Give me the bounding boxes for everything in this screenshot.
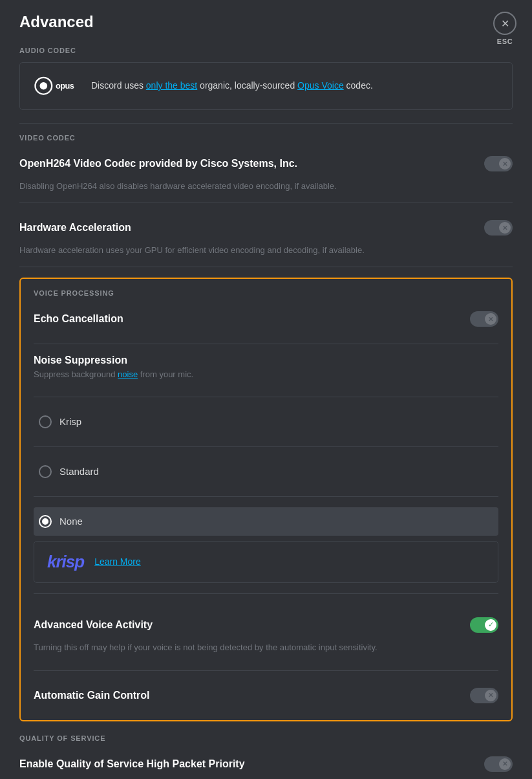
standard-radio-circle — [39, 465, 52, 478]
noise-suppression-header: Noise Suppression Suppress background no… — [34, 355, 498, 380]
openh264-setting-row: OpenH264 Video Codec provided by Cisco S… — [19, 149, 513, 178]
advanced-voice-description: Turning this off may help if your voice … — [34, 642, 498, 653]
qos-setting-row: Enable Quality of Service High Packet Pr… — [19, 750, 513, 778]
video-codec-section: VIDEO CODEC OpenH264 Video Codec provide… — [19, 134, 513, 256]
hw-accel-toggle-knob: ✕ — [499, 222, 511, 234]
advanced-voice-knob: ✓ — [485, 619, 496, 631]
voice-processing-section: VOICE PROCESSING Echo Cancellation ✕ Noi… — [19, 278, 513, 721]
divider-3 — [19, 267, 513, 267]
divider-1 — [19, 123, 513, 124]
divider-6 — [34, 446, 498, 447]
krisp-promo-box: krisp Learn More — [34, 541, 498, 583]
auto-gain-label: Automatic Gain Control — [34, 690, 150, 701]
advanced-voice-activity-row: Advanced Voice Activity ✓ — [34, 611, 498, 639]
noise-option-standard[interactable]: Standard — [34, 457, 498, 486]
openh264-toggle-x-icon: ✕ — [502, 160, 507, 168]
openh264-description: Disabling OpenH264 also disables hardwar… — [19, 181, 513, 192]
divider-5 — [34, 397, 498, 397]
echo-cancellation-toggle[interactable]: ✕ — [470, 311, 498, 327]
noise-suppression-description: Suppress background noise from your mic. — [34, 369, 498, 380]
qos-label: Enable Quality of Service High Packet Pr… — [19, 758, 245, 770]
krisp-radio-circle — [39, 415, 52, 428]
qos-knob: ✕ — [499, 758, 511, 770]
qos-section-label: QUALITY OF SERVICE — [19, 734, 513, 742]
krisp-learn-more-link[interactable]: Learn More — [94, 556, 141, 567]
advanced-voice-activity-section: Advanced Voice Activity ✓ Turning this o… — [34, 604, 498, 660]
none-radio-label: None — [59, 516, 83, 527]
advanced-voice-toggle[interactable]: ✓ — [470, 617, 498, 633]
divider-4 — [34, 344, 498, 344]
esc-circle-icon: ✕ — [493, 12, 516, 35]
opus-codec-description: Discord uses only the best organic, loca… — [91, 80, 373, 93]
krisp-brand-logo: krisp — [47, 552, 84, 572]
advanced-voice-label: Advanced Voice Activity — [34, 619, 153, 631]
echo-cancellation-x-icon: ✕ — [488, 316, 493, 323]
krisp-radio-label: Krisp — [59, 416, 81, 427]
divider-8 — [34, 593, 498, 594]
hw-accel-description: Hardware acceleration uses your GPU for … — [19, 245, 513, 256]
auto-gain-toggle[interactable]: ✕ — [470, 688, 498, 703]
openh264-toggle[interactable]: ✕ — [484, 156, 513, 171]
openh264-toggle-knob: ✕ — [499, 158, 511, 170]
qos-x-icon: ✕ — [502, 760, 507, 767]
noise-option-krisp[interactable]: Krisp — [34, 408, 498, 436]
svg-text:opus: opus — [56, 81, 74, 91]
audio-codec-section: AUDIO CODEC opus Discord uses only the b… — [19, 47, 513, 110]
none-radio-circle — [39, 515, 52, 528]
qos-toggle[interactable]: ✕ — [484, 756, 513, 772]
audio-codec-label: AUDIO CODEC — [19, 47, 513, 54]
svg-point-1 — [40, 82, 48, 90]
hw-accel-setting-row: Hardware Acceleration ✕ — [19, 214, 513, 242]
auto-gain-knob: ✕ — [485, 690, 496, 701]
video-codec-label: VIDEO CODEC — [19, 134, 513, 142]
esc-label: ESC — [497, 38, 513, 45]
voice-processing-label: VOICE PROCESSING — [34, 289, 498, 297]
openh264-label-block: OpenH264 Video Codec provided by Cisco S… — [19, 158, 297, 170]
openh264-label: OpenH264 Video Codec provided by Cisco S… — [19, 158, 297, 170]
auto-gain-x-icon: ✕ — [488, 692, 493, 699]
divider-7 — [34, 496, 498, 497]
esc-button[interactable]: ✕ ESC — [493, 12, 516, 45]
quality-of-service-section: QUALITY OF SERVICE Enable Quality of Ser… — [19, 734, 513, 779]
auto-gain-row: Automatic Gain Control ✕ — [34, 681, 498, 710]
hw-accel-toggle[interactable]: ✕ — [484, 220, 513, 236]
opus-logo: opus — [33, 73, 78, 99]
divider-9 — [34, 670, 498, 671]
hw-accel-toggle-x-icon: ✕ — [502, 225, 507, 232]
standard-radio-label: Standard — [59, 466, 99, 477]
divider-2 — [19, 203, 513, 203]
echo-cancellation-row: Echo Cancellation ✕ — [34, 305, 498, 333]
advanced-voice-check-icon: ✓ — [488, 620, 494, 629]
noise-suppression-label: Noise Suppression — [34, 355, 498, 366]
opus-codec-box: opus Discord uses only the best organic,… — [19, 62, 513, 110]
noise-option-none[interactable]: None — [34, 507, 498, 536]
page-title: Advanced — [19, 13, 513, 31]
noise-suppression-radio-group: Krisp Standard None — [34, 386, 498, 536]
echo-cancellation-knob: ✕ — [485, 313, 496, 325]
hw-accel-label: Hardware Acceleration — [19, 222, 131, 234]
echo-cancellation-label: Echo Cancellation — [34, 313, 123, 325]
